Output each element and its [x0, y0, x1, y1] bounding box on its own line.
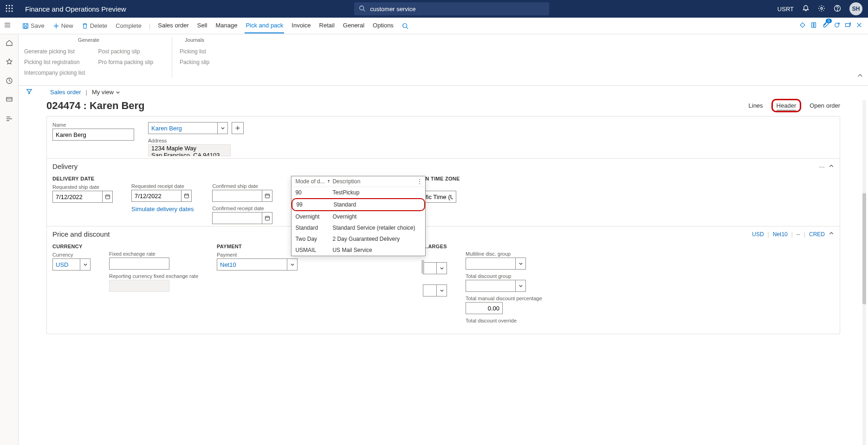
- svg-point-21: [403, 23, 407, 27]
- search-icon: [359, 5, 365, 13]
- delete-label: Delete: [90, 22, 108, 29]
- find-button[interactable]: [401, 21, 409, 31]
- waffle-icon[interactable]: [6, 5, 14, 13]
- avatar[interactable]: SH: [849, 2, 862, 15]
- svg-line-10: [363, 10, 365, 12]
- svg-point-0: [6, 5, 7, 6]
- svg-point-2: [12, 5, 13, 6]
- legal-entity[interactable]: USRT: [777, 6, 794, 13]
- tab-retail[interactable]: Retail: [318, 18, 336, 33]
- save-button[interactable]: Save: [21, 20, 45, 31]
- complete-button[interactable]: Complete: [115, 20, 143, 31]
- save-label: Save: [31, 22, 45, 29]
- tab-sell[interactable]: Sell: [196, 18, 208, 33]
- complete-label: Complete: [116, 22, 142, 29]
- new-button[interactable]: New: [52, 20, 74, 31]
- popout-icon[interactable]: [845, 22, 851, 30]
- svg-rect-23: [800, 23, 805, 27]
- close-icon[interactable]: [856, 22, 862, 30]
- svg-point-13: [837, 10, 838, 10]
- svg-point-1: [9, 5, 10, 6]
- svg-point-3: [6, 8, 7, 9]
- attach-icon[interactable]: 0: [822, 21, 829, 30]
- bell-icon[interactable]: [802, 5, 810, 13]
- svg-point-5: [12, 8, 13, 9]
- new-label: New: [61, 22, 73, 29]
- hamburger-icon[interactable]: [4, 21, 12, 30]
- svg-point-11: [821, 7, 823, 9]
- app-title: Finance and Operations Preview: [25, 5, 126, 13]
- svg-point-8: [12, 11, 13, 12]
- svg-point-9: [360, 6, 364, 10]
- attach-badge: 0: [826, 19, 832, 23]
- help-icon[interactable]: [834, 5, 841, 13]
- tab-sales-order[interactable]: Sales order: [157, 18, 189, 33]
- gear-icon[interactable]: [818, 5, 825, 13]
- tab-general[interactable]: General: [342, 18, 365, 33]
- svg-rect-18: [24, 26, 26, 28]
- refresh-icon[interactable]: [834, 22, 840, 30]
- tab-manage[interactable]: Manage: [214, 18, 238, 33]
- tab-pick-and-pack[interactable]: Pick and pack: [245, 18, 284, 33]
- svg-point-4: [9, 8, 10, 9]
- svg-line-22: [407, 27, 408, 29]
- diamond-icon[interactable]: [799, 22, 806, 30]
- delete-button[interactable]: Delete: [81, 20, 109, 31]
- tab-options[interactable]: Options: [372, 18, 395, 33]
- svg-point-6: [6, 11, 7, 12]
- global-search-input[interactable]: [354, 2, 549, 15]
- tab-invoice[interactable]: Invoice: [291, 18, 311, 33]
- svg-point-7: [9, 11, 10, 12]
- svg-rect-24: [846, 24, 850, 27]
- svg-rect-17: [23, 23, 28, 28]
- book-icon[interactable]: [810, 22, 817, 30]
